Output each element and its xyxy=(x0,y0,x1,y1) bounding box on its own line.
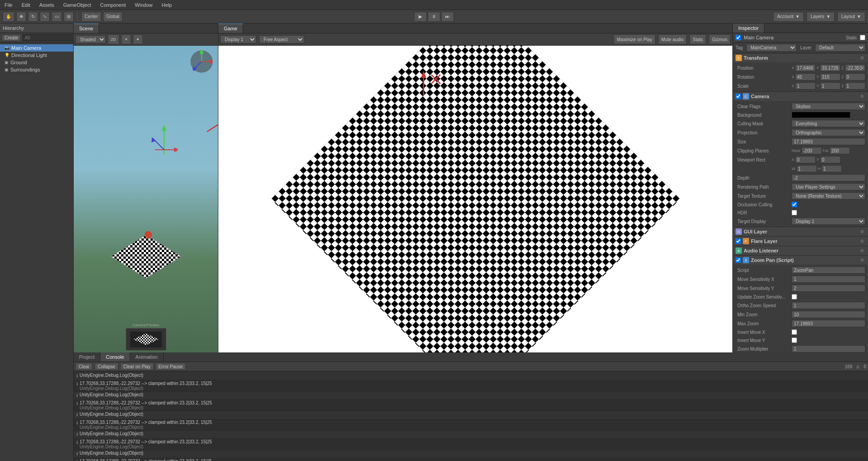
rotate-tool-btn[interactable]: ↻ xyxy=(28,12,38,22)
transform-tool-btn[interactable]: ⊞ xyxy=(64,12,74,22)
scene-fx-btn[interactable]: ✦ xyxy=(133,34,143,44)
rot-x-input[interactable] xyxy=(795,73,816,81)
zoom-pan-header[interactable]: Z Zoom Pan (Script) ⚙ xyxy=(733,256,868,265)
hier-item-ground[interactable]: ▣ Ground xyxy=(0,59,73,66)
flare-layer-header[interactable]: F Flare Layer ⚙ xyxy=(733,237,868,246)
object-active-checkbox[interactable] xyxy=(736,35,741,40)
game-aspect-select[interactable]: Free Aspect xyxy=(259,35,304,43)
menu-assets[interactable]: Assets xyxy=(38,1,56,9)
min-zoom-input[interactable] xyxy=(792,311,865,318)
project-tab[interactable]: Project xyxy=(74,352,100,361)
menu-window[interactable]: Window xyxy=(133,1,154,9)
scale-z-input[interactable] xyxy=(845,82,865,90)
rendering-path-dropdown[interactable]: Use Player Settings xyxy=(792,183,865,190)
invert-move-y-checkbox[interactable] xyxy=(792,337,797,343)
object-name-field[interactable]: Main Camera xyxy=(744,35,843,40)
camera-settings-btn[interactable]: ⚙ xyxy=(859,94,865,99)
zoom-pan-checkbox[interactable] xyxy=(736,257,741,263)
scene-canvas[interactable]: Camera Preview xyxy=(74,46,218,352)
vp-x-input[interactable] xyxy=(795,156,816,163)
move-y-input[interactable] xyxy=(792,285,865,292)
transform-settings-btn[interactable]: ⚙ xyxy=(859,55,865,61)
depth-input[interactable] xyxy=(792,174,865,181)
hdr-checkbox[interactable] xyxy=(792,210,797,215)
occlusion-culling-checkbox[interactable] xyxy=(792,202,797,207)
game-display-select[interactable]: Display 1 xyxy=(220,35,256,43)
animation-tab[interactable]: Animation xyxy=(130,352,164,361)
move-x-input[interactable] xyxy=(792,276,865,283)
update-zoom-checkbox[interactable] xyxy=(792,294,797,299)
play-button[interactable]: ▶ xyxy=(414,12,427,22)
menu-gameobject[interactable]: GameObject xyxy=(61,1,93,9)
transform-header[interactable]: T Transform ⚙ xyxy=(733,53,868,62)
inspector-tab[interactable]: Inspector xyxy=(733,24,764,33)
log-entry[interactable]: ℹ UnityEngine.Debug.Log(Object) xyxy=(74,392,868,400)
log-entry[interactable]: ℹ 17.70268,33.17288,-22.29732 --> clampe… xyxy=(74,458,868,461)
hier-item-surroundings[interactable]: ▣ Surroundings xyxy=(0,66,73,73)
layer-dropdown[interactable]: Default xyxy=(815,44,865,52)
flare-settings-btn[interactable]: ⚙ xyxy=(859,238,865,244)
clear-console-btn[interactable]: Clear xyxy=(75,363,93,370)
projection-dropdown[interactable]: Orthographic xyxy=(792,129,865,136)
rect-tool-btn[interactable]: ▭ xyxy=(52,12,62,22)
camera-active-checkbox[interactable] xyxy=(736,94,741,99)
scene-2d-btn[interactable]: 2D xyxy=(108,34,119,44)
scene-tab[interactable]: Scene xyxy=(74,24,99,33)
log-entry[interactable]: ℹ 17.70268,33.17288,-22.29732 --> clampe… xyxy=(74,380,868,392)
console-tab[interactable]: Console xyxy=(100,352,130,361)
scale-x-input[interactable] xyxy=(795,82,816,90)
log-entry[interactable]: ℹ UnityEngine.Debug.Log(Object) xyxy=(74,411,868,419)
log-entry[interactable]: ℹ 17.70268,33.17288,-22.29732 --> clampe… xyxy=(74,439,868,450)
scene-view-mode[interactable]: Shaded xyxy=(75,35,106,43)
log-entry[interactable]: ℹ UnityEngine.Debug.Log(Object) xyxy=(74,372,868,380)
audio-listener-header[interactable]: A Audio Listener ⚙ xyxy=(733,246,868,255)
hand-tool-btn[interactable]: ✋ xyxy=(3,12,14,22)
log-entry[interactable]: ℹ 17.70268,33.17288,-22.29732 --> clampe… xyxy=(74,400,868,411)
create-btn[interactable]: Create xyxy=(2,34,21,41)
gizmos-btn[interactable]: Gizmos xyxy=(709,34,731,44)
hier-item-main-camera[interactable]: 📷 Main Camera xyxy=(0,44,73,52)
scene-lighting-btn[interactable]: ☀ xyxy=(121,34,131,44)
culling-mask-dropdown[interactable]: Everything xyxy=(792,120,865,127)
vp-h-input[interactable] xyxy=(821,165,842,172)
rot-y-input[interactable] xyxy=(820,73,840,81)
tag-dropdown[interactable]: MainCamera xyxy=(746,44,797,52)
background-color-swatch[interactable] xyxy=(792,112,850,118)
vp-y-input[interactable] xyxy=(820,156,840,163)
layout-dropdown[interactable]: Layout ▼ xyxy=(837,12,865,22)
mute-audio-btn[interactable]: Mute audio xyxy=(658,34,687,44)
layers-dropdown[interactable]: Layers ▼ xyxy=(807,12,835,22)
gui-layer-header[interactable]: G GUI Layer ⚙ xyxy=(733,227,868,236)
center-toggle-btn[interactable]: Center xyxy=(81,12,101,22)
camera-header[interactable]: C Camera ⚙ xyxy=(733,92,868,101)
rot-z-input[interactable] xyxy=(845,73,865,81)
menu-file[interactable]: File xyxy=(3,1,14,9)
script-input[interactable] xyxy=(792,266,865,274)
move-tool-btn[interactable]: ✥ xyxy=(16,12,26,22)
scale-tool-btn[interactable]: ⤡ xyxy=(40,12,50,22)
menu-help[interactable]: Help xyxy=(160,1,174,9)
step-button[interactable]: ⏭ xyxy=(441,12,454,22)
menu-edit[interactable]: Edit xyxy=(20,1,32,9)
zoom-settings-btn[interactable]: ⚙ xyxy=(859,257,865,263)
far-input[interactable] xyxy=(830,147,850,154)
scale-y-input[interactable] xyxy=(820,82,840,90)
error-pause-btn[interactable]: Error Pause xyxy=(156,363,186,370)
pause-button[interactable]: ⏸ xyxy=(428,12,440,22)
audio-settings-btn[interactable]: ⚙ xyxy=(859,248,865,253)
account-dropdown[interactable]: Account ▼ xyxy=(773,12,804,22)
log-entry[interactable]: ℹ 17.70268,33.17288,-22.29732 --> clampe… xyxy=(74,419,868,431)
target-display-dropdown[interactable]: Display 1 xyxy=(792,218,865,225)
pos-y-input[interactable] xyxy=(820,64,840,71)
max-zoom-input[interactable] xyxy=(792,320,865,327)
vp-w-input[interactable] xyxy=(797,165,817,172)
maximize-on-play-btn[interactable]: Maximize on Play xyxy=(613,34,655,44)
hier-item-directional-light[interactable]: 💡 Directional Light xyxy=(0,52,73,59)
gui-layer-settings-btn[interactable]: ⚙ xyxy=(859,229,865,234)
collapse-console-btn[interactable]: Collapse xyxy=(94,363,118,370)
menu-component[interactable]: Component xyxy=(98,1,127,9)
stats-btn[interactable]: Stats xyxy=(689,34,706,44)
flare-layer-checkbox[interactable] xyxy=(736,238,741,244)
pos-x-input[interactable] xyxy=(795,64,816,71)
ortho-zoom-input[interactable] xyxy=(792,302,865,309)
